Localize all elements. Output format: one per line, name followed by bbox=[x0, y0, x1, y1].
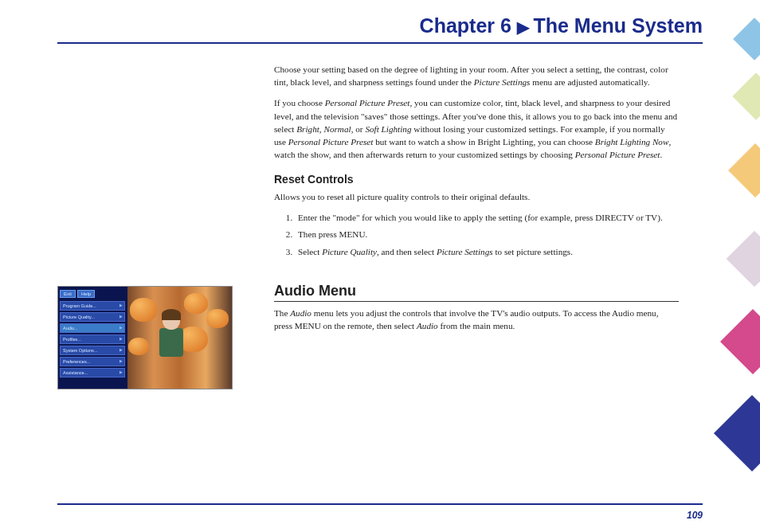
chapter-title: Chapter 6 ▶ The Menu System bbox=[57, 14, 703, 37]
triangle-icon: ▶ bbox=[517, 18, 534, 36]
tv-menu-item: Program Guide... bbox=[60, 301, 125, 311]
reset-controls-text: Allows you to reset all picture quality … bbox=[274, 190, 679, 203]
chapter-name: The Menu System bbox=[533, 14, 703, 37]
tv-background-scene bbox=[127, 287, 232, 389]
step-1: Enter the "mode" for which you would lik… bbox=[295, 211, 679, 225]
reset-steps-list: Enter the "mode" for which you would lik… bbox=[274, 211, 679, 259]
reset-controls-heading: Reset Controls bbox=[274, 173, 679, 186]
tv-menu-item: Preferences... bbox=[60, 357, 125, 366]
header-rule bbox=[57, 42, 703, 44]
tv-menu-item: Profiles... bbox=[60, 334, 125, 344]
step-2: Then press MENU. bbox=[295, 228, 679, 241]
audio-menu-heading: Audio Menu bbox=[274, 283, 679, 302]
tv-menu-item: Assistance... bbox=[60, 368, 125, 377]
intro-paragraph-2: If you choose Personal Picture Preset, y… bbox=[274, 96, 679, 161]
tv-menu-column: Exit Help Program Guide... Picture Quali… bbox=[58, 287, 127, 389]
tv-menu-item: System Options... bbox=[60, 346, 125, 355]
page-number: 109 bbox=[687, 510, 703, 521]
tv-menu-item: Picture Quality... bbox=[60, 312, 125, 322]
audio-menu-text: The Audio menu lets you adjust the contr… bbox=[274, 307, 679, 332]
tv-screenshot: Exit Help Program Guide... Picture Quali… bbox=[57, 286, 233, 389]
chapter-label: Chapter 6 bbox=[420, 14, 511, 37]
tv-exit-button: Exit bbox=[60, 290, 76, 298]
step-3: Select Picture Quality, and then select … bbox=[295, 245, 679, 259]
intro-paragraph-1: Choose your setting based on the degree … bbox=[274, 63, 679, 88]
footer-rule bbox=[57, 503, 703, 505]
tv-help-button: Help bbox=[77, 290, 95, 298]
tv-menu-item-audio: Audio... bbox=[60, 323, 125, 333]
